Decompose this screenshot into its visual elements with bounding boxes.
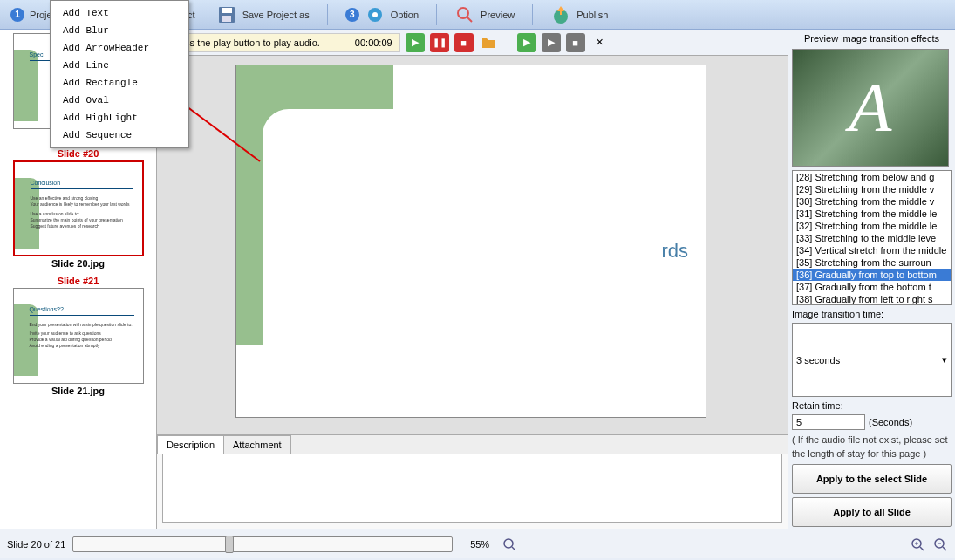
publish-button[interactable]: Publish <box>545 3 613 27</box>
slide-item[interactable]: Slide #20 Conclusion Use an effective an… <box>3 147 153 270</box>
retain-time-label: Retain time: <box>792 400 952 411</box>
folder-open-button[interactable] <box>479 33 498 52</box>
preview-label: Preview <box>481 10 515 20</box>
menu-add-highlight[interactable]: Add HighLight <box>51 109 188 126</box>
zoom-in-icon[interactable] <box>910 536 925 552</box>
retain-hint: ( If the audio file not exist, please se… <box>792 434 952 461</box>
apply-select-slide-button[interactable]: Apply to the select Slide <box>792 464 952 494</box>
svg-line-9 <box>467 17 472 22</box>
menu-add-sequence[interactable]: Add Sequence <box>51 126 188 144</box>
menu-add-arrowheader[interactable]: Add ArrowHeader <box>51 39 188 57</box>
step-badge-1: 1 <box>10 8 24 22</box>
menu-add-rectangle[interactable]: Add Rectangle <box>51 74 188 92</box>
close-audio-button[interactable]: ✕ <box>590 33 610 52</box>
transition-list[interactable]: [28] Stretching from below and g[29] Str… <box>792 170 952 305</box>
zoom-slider[interactable] <box>72 536 453 552</box>
audio-info-box: Press the play button to play audio. 00:… <box>162 33 400 52</box>
option-label: Option <box>391 10 419 20</box>
bottom-panel: Description Attachment <box>157 434 788 529</box>
thumb-line-text: Provide a visual aid during question per… <box>30 337 112 342</box>
menu-add-oval[interactable]: Add Oval <box>51 92 188 109</box>
transition-item[interactable]: [30] Stretching from the middle v <box>793 195 951 208</box>
transition-preview: A <box>792 49 949 167</box>
svg-line-15 <box>920 547 924 550</box>
thumb-heading: Conclusion <box>31 180 61 186</box>
menu-add-line[interactable]: Add Line <box>51 57 188 74</box>
transition-item[interactable]: [32] Stretching from the middle le <box>793 220 951 232</box>
divider <box>327 4 328 25</box>
slide-text-fragment: rds <box>661 240 688 263</box>
next-button[interactable]: ▶ <box>542 33 561 52</box>
menu-add-text[interactable]: Add Text <box>51 4 188 22</box>
divider <box>436 4 437 25</box>
thumb-line-text: Invite your audience to ask questions <box>30 331 101 336</box>
zoom-out-icon[interactable] <box>932 536 948 552</box>
transition-item[interactable]: [29] Stretching from the middle v <box>793 183 951 195</box>
svg-point-12 <box>504 539 513 548</box>
transition-item[interactable]: [31] Stretching from the middle le <box>793 208 951 220</box>
save-project-as-button[interactable]: Save Project as <box>211 3 315 27</box>
svg-point-7 <box>372 12 378 17</box>
slide-title: Slide #20 <box>3 147 153 160</box>
step-badge-3: 3 <box>345 8 359 22</box>
audio-message: Press the play button to play audio. <box>170 38 320 48</box>
slide-canvas[interactable]: rds <box>235 65 706 418</box>
stop-button[interactable]: ■ <box>454 33 474 52</box>
thumb-line-text: Summarize the main points of your presen… <box>31 217 123 222</box>
transition-time-label: Image transition time: <box>792 309 952 319</box>
transition-item[interactable]: [33] Stretching to the middle leve <box>793 232 951 244</box>
slide-counter: Slide 20 of 21 <box>7 539 65 550</box>
transition-time-value: 3 seconds <box>796 355 840 365</box>
slide-canvas-area[interactable]: rds <box>157 56 788 434</box>
transition-item[interactable]: [28] Stretching from below and g <box>793 171 951 183</box>
svg-point-8 <box>458 8 468 18</box>
preview-letter: A <box>849 68 892 147</box>
transition-item[interactable]: [35] Stretching from the surroun <box>793 256 951 269</box>
transition-item[interactable]: [34] Vertical stretch from the middle <box>793 244 951 256</box>
slide-graphic <box>236 65 393 345</box>
thumb-line-text: End your presentation with a simple ques… <box>30 322 133 327</box>
tab-attachment[interactable]: Attachment <box>223 435 291 454</box>
right-panel: Preview image transition effects A [28] … <box>788 30 955 529</box>
play-all-button[interactable]: ▶ <box>517 33 536 52</box>
svg-rect-4 <box>222 8 232 13</box>
description-content[interactable] <box>162 454 782 523</box>
save-project-as-label: Save Project as <box>242 10 310 20</box>
slide-filename: Slide 20.jpg <box>3 256 153 270</box>
play-button[interactable]: ▶ <box>406 33 425 52</box>
svg-line-19 <box>943 547 946 550</box>
folder-icon <box>481 35 496 51</box>
divider <box>532 4 533 25</box>
zoom-fit-icon[interactable] <box>501 536 517 552</box>
audio-control-bar: Press the play button to play audio. 00:… <box>157 30 788 56</box>
slide-filename: Slide 21.jpg <box>3 384 153 398</box>
gear-icon <box>365 4 385 25</box>
transition-item[interactable]: [37] Gradually from the bottom t <box>793 281 951 293</box>
zoom-percent: 55% <box>470 539 489 550</box>
thumb-line-text: Avoid ending a presentation abruptly <box>30 343 100 348</box>
retain-time-input[interactable]: 5 <box>792 414 865 430</box>
retain-time-unit: (Seconds) <box>869 417 912 427</box>
pause-button[interactable]: ❚❚ <box>430 33 449 52</box>
thumb-line-text: Use a conclusion slide to: <box>31 211 80 216</box>
chevron-down-icon: ▾ <box>942 354 947 365</box>
transition-item[interactable]: [36] Gradually from top to bottom <box>793 269 951 281</box>
floppy-icon <box>216 4 237 25</box>
thumb-heading: Questions?? <box>30 306 64 312</box>
preview-button[interactable]: Preview <box>449 3 520 27</box>
svg-rect-5 <box>222 16 231 22</box>
tab-description[interactable]: Description <box>157 435 224 454</box>
globe-upload-icon <box>550 4 571 25</box>
magnifier-icon <box>454 4 475 25</box>
status-bar: Slide 20 of 21 55% <box>0 529 955 558</box>
transition-item[interactable]: [38] Gradually from left to right s <box>793 293 951 305</box>
stop-all-button[interactable]: ■ <box>566 33 585 52</box>
option-button[interactable]: 3 Option <box>340 3 424 27</box>
menu-add-blur[interactable]: Add Blur <box>51 22 188 39</box>
zoom-thumb[interactable] <box>225 536 234 553</box>
apply-all-slide-button[interactable]: Apply to all Slide <box>792 497 952 527</box>
audio-time: 00:00:09 <box>355 38 392 48</box>
slide-title: Slide #21 <box>3 274 153 288</box>
transition-time-dropdown[interactable]: 3 seconds▾ <box>792 323 952 397</box>
slide-item[interactable]: Slide #21 Questions?? End your presentat… <box>3 274 153 398</box>
